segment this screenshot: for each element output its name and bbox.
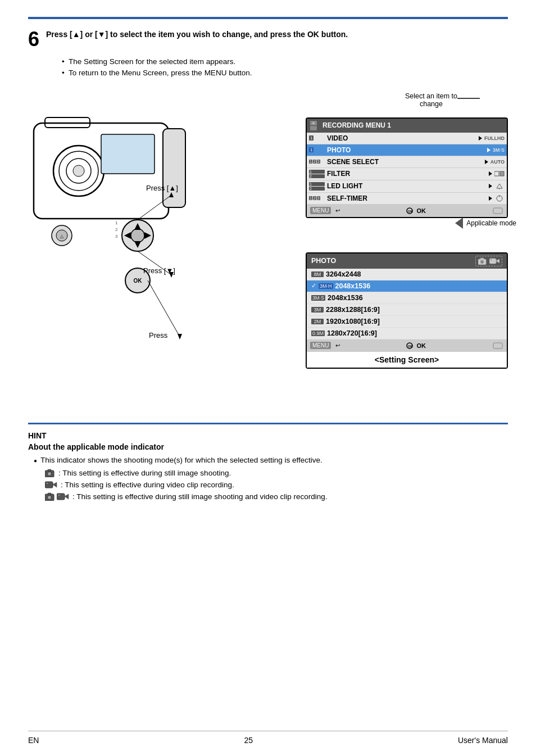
recording-menu-header: RECORDING MENU 1 — [307, 119, 507, 133]
svg-rect-60 — [57, 494, 65, 500]
svg-text:2: 2 — [115, 227, 118, 232]
svg-rect-59 — [48, 493, 51, 495]
select-item-callout: Select an item to change — [405, 92, 457, 108]
setting-screen-box: PHOTO — [306, 252, 508, 369]
hint-subtitle: About the applicable mode indicator — [28, 442, 508, 451]
press-up-label: Press [▲] — [146, 184, 178, 192]
svg-marker-53 — [53, 482, 57, 487]
recording-menu-box: RECORDING MENU 1 1 VIDEO FULLHD — [306, 117, 508, 218]
svg-text:△: △ — [60, 234, 64, 239]
setting-row-4: 3M 2288x1288[16:9] — [307, 304, 507, 316]
top-line — [28, 17, 508, 19]
press-ok-label: Press — [149, 331, 167, 339]
recording-menu-footer: MENU ↩ OK OK — [307, 205, 507, 217]
svg-marker-21 — [178, 334, 182, 339]
still-icon — [478, 257, 487, 265]
svg-point-43 — [490, 259, 492, 260]
setting-screen-footer: MENU ↩ OK OK — [307, 339, 507, 352]
svg-marker-42 — [496, 259, 499, 263]
video-icon — [489, 257, 499, 265]
svg-point-58 — [48, 496, 51, 499]
setting-row-3: 3M·S 2048x1536 — [307, 292, 507, 304]
still-cam-icon — [45, 469, 55, 477]
svg-rect-41 — [489, 259, 496, 264]
bullet-item-2: To return to the Menu Screen, press the … — [62, 67, 508, 79]
callout-arrow — [457, 98, 480, 99]
camera-illustration: OK △ 1 2 3 — [28, 89, 219, 404]
svg-point-50 — [48, 473, 51, 475]
menu-row-filter: 1 2 FILTER — [307, 168, 507, 180]
svg-rect-40 — [480, 258, 484, 260]
svg-text:3: 3 — [115, 234, 118, 239]
hint-section: HINT About the applicable mode indicator… — [28, 431, 508, 501]
svg-marker-31 — [497, 184, 502, 188]
menu-row-photo: 1 PHOTO 3M·S — [307, 144, 507, 156]
svg-point-54 — [47, 482, 48, 484]
hint-both-icon — [45, 492, 69, 501]
hint-still-cam-icon2 — [45, 492, 55, 501]
recording-menu-title: RECORDING MENU 1 — [322, 121, 391, 129]
svg-rect-6 — [163, 129, 185, 207]
bullet-item-1: The Setting Screen for the selected item… — [62, 56, 508, 67]
menu-row-selftimer: 1 2 3 SELF-TIMER — [307, 193, 507, 205]
hint-icon-row-1: : This setting is effective during still… — [28, 469, 508, 477]
svg-point-5 — [73, 165, 84, 176]
setting-row-2: ✓ 3M·H 2048x1536 — [307, 280, 507, 292]
svg-rect-7 — [101, 134, 155, 174]
hint-vid-cam-icon2 — [57, 492, 69, 501]
svg-text:OK: OK — [134, 278, 143, 284]
menu-row-scene: 1 2 3 SCENE SELECT AUTO — [307, 156, 507, 168]
applicable-arrow — [455, 218, 463, 229]
setting-screen-header: PHOTO — [307, 253, 507, 269]
hint-divider — [28, 423, 508, 424]
svg-rect-37 — [493, 208, 502, 214]
footer-center: 25 — [244, 736, 253, 745]
page-footer: EN 25 User's Manual — [28, 731, 508, 745]
menu-btn[interactable]: MENU — [310, 207, 331, 214]
svg-line-20 — [148, 280, 180, 337]
svg-rect-51 — [48, 469, 51, 471]
hint-title: HINT — [28, 431, 508, 440]
setting-screen-label: <Setting Screen> — [307, 352, 507, 368]
svg-rect-29 — [494, 171, 499, 176]
applicable-mode-icons — [475, 256, 502, 266]
svg-point-62 — [58, 494, 60, 496]
footer-right: User's Manual — [458, 736, 508, 745]
setting-header-title: PHOTO — [311, 257, 336, 265]
svg-point-9 — [131, 229, 144, 242]
svg-point-39 — [480, 260, 484, 264]
footer-left: EN — [28, 736, 39, 745]
step-number: 6 — [28, 29, 39, 49]
illustration-area: OK △ 1 2 3 Press [▲] — [28, 89, 508, 406]
press-down-label: Press [▼] — [143, 266, 175, 275]
svg-rect-47 — [493, 343, 502, 348]
setting-row-6: 0.9M 1280x720[16:9] — [307, 328, 507, 339]
screen-side: Select an item to change REC — [219, 89, 508, 406]
menu-row-video: 1 VIDEO FULLHD — [307, 133, 507, 144]
hint-icon-row-2: : This setting is effective during video… — [28, 481, 508, 489]
svg-marker-61 — [65, 494, 69, 499]
step-header: 6 Press [▲] or [▼] to select the item yo… — [28, 29, 508, 49]
setting-row-1: 8M 3264x2448 — [307, 269, 507, 280]
applicable-mode-callout: Applicable mode — [455, 218, 516, 229]
svg-text:1: 1 — [115, 220, 118, 225]
bullet-list: The Setting Screen for the selected item… — [62, 56, 508, 79]
hint-still-icon — [45, 469, 55, 477]
camera-side: OK △ 1 2 3 Press [▲] — [28, 89, 219, 406]
svg-rect-30 — [500, 171, 504, 176]
hint-video-icon — [45, 481, 57, 489]
svg-text:OK: OK — [408, 345, 414, 348]
setting-menu-btn[interactable]: MENU — [310, 342, 331, 349]
page-container: 6 Press [▲] or [▼] to select the item yo… — [0, 0, 536, 756]
ok-btn[interactable]: OK OK — [406, 207, 426, 214]
svg-rect-52 — [45, 482, 53, 488]
setting-row-5: 2M 1920x1080[16:9] — [307, 316, 507, 328]
setting-ok-btn[interactable]: OK OK — [406, 342, 426, 349]
hint-icon-row-3: : This setting is effective during still… — [28, 492, 508, 501]
applicable-mode-text: Applicable mode — [466, 219, 516, 227]
svg-text:OK: OK — [408, 210, 414, 213]
hint-bullet: This indicator shows the shooting mode(s… — [28, 456, 508, 464]
vid-cam-icon — [45, 481, 57, 489]
menu-row-led: 1 2 LED LIGHT — [307, 180, 507, 193]
step-instruction: Press [▲] or [▼] to select the item you … — [46, 29, 508, 40]
